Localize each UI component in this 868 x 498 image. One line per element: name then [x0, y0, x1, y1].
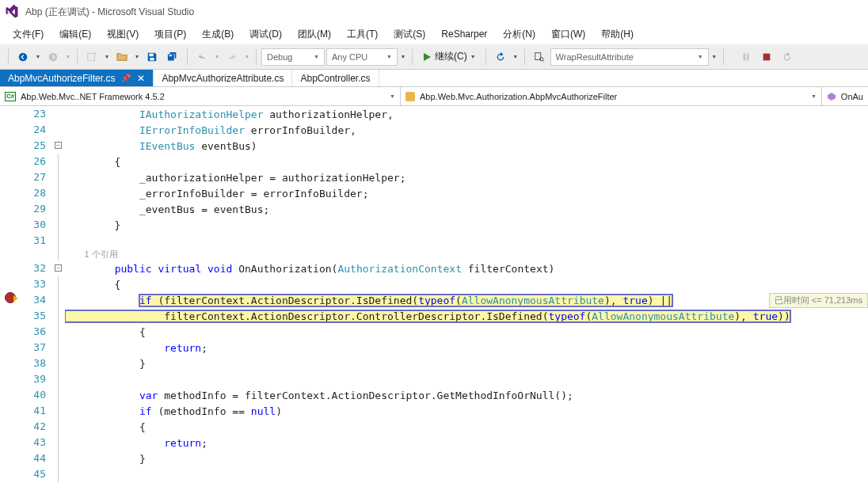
platform-combo[interactable]: Any CPU▼ — [326, 48, 398, 66]
menu-resharper[interactable]: ReSharper — [433, 25, 495, 43]
tab-abpmvcauthorizefilter[interactable]: AbpMvcAuthorizeFilter.cs 📌 ✕ — [0, 70, 154, 86]
line-numbers: 23 24 25 26 27 28 29 30 31 32 33 34 35 3… — [25, 106, 54, 498]
line-number: 31 — [25, 233, 46, 249]
refresh-button[interactable] — [491, 48, 510, 67]
code-content[interactable]: IAuthorizationHelper authorizationHelper… — [65, 106, 868, 498]
glyph-margin — [0, 106, 25, 498]
line-number: 40 — [25, 387, 46, 403]
continue-label: 继续(C) — [435, 50, 467, 63]
class-icon — [405, 92, 415, 101]
svg-rect-9 — [746, 53, 748, 60]
search-options[interactable]: ▼ — [710, 48, 718, 67]
redo-dropdown[interactable]: ▼ — [243, 48, 251, 67]
project-combo[interactable]: C# Abp.Web.Mvc..NET Framework 4.5.2 ▼ — [0, 87, 401, 105]
menu-edit[interactable]: 编辑(E) — [51, 25, 99, 44]
line-number: 42 — [25, 419, 46, 435]
menu-file[interactable]: 文件(F) — [5, 25, 51, 44]
line-number: 26 — [25, 154, 46, 169]
restart-button[interactable] — [778, 48, 797, 67]
platform-dropdown-extra[interactable]: ▼ — [399, 48, 407, 67]
document-tabs: AbpMvcAuthorizeFilter.cs 📌 ✕ AbpMvcAutho… — [0, 70, 868, 87]
menu-analyze[interactable]: 分析(N) — [495, 25, 543, 44]
line-number: 33 — [25, 276, 46, 292]
menu-team[interactable]: 团队(M) — [290, 25, 339, 44]
member-combo[interactable]: OnAu — [822, 87, 868, 105]
menu-window[interactable]: 窗口(W) — [543, 25, 593, 44]
chevron-down-icon: ▼ — [390, 93, 395, 99]
search-combo-text: WrapResultAttribute — [556, 52, 634, 62]
line-number: 35 — [25, 308, 46, 324]
chevron-down-icon: ▼ — [470, 54, 476, 59]
find-in-files-button[interactable] — [530, 48, 549, 67]
refresh-dropdown[interactable]: ▼ — [512, 48, 520, 67]
continue-button[interactable]: 继续(C) ▼ — [417, 48, 481, 67]
toolbar-separator — [77, 49, 78, 65]
line-number: 25 — [25, 138, 46, 154]
undo-button[interactable] — [192, 48, 211, 67]
line-number: 30 — [25, 217, 46, 233]
tab-abpcontroller[interactable]: AbpController.cs — [292, 70, 379, 86]
svg-point-7 — [539, 57, 542, 60]
fold-toggle[interactable]: − — [55, 264, 62, 272]
method-icon — [827, 92, 836, 101]
svg-rect-10 — [763, 53, 770, 60]
play-icon — [422, 52, 432, 62]
class-combo-text: Abp.Web.Mvc.Authorization.AbpMvcAuthoriz… — [420, 92, 617, 101]
redo-button[interactable] — [223, 48, 242, 67]
line-number: 39 — [25, 371, 46, 387]
menu-build[interactable]: 生成(B) — [194, 25, 242, 44]
undo-dropdown[interactable]: ▼ — [213, 48, 221, 67]
chevron-down-icon: ▼ — [698, 54, 703, 59]
folding-column: − − — [54, 106, 65, 498]
save-button[interactable] — [143, 48, 162, 67]
fold-toggle[interactable]: − — [55, 142, 62, 149]
line-number: 28 — [25, 185, 46, 201]
toolbar-separator — [485, 49, 486, 65]
svg-rect-8 — [743, 53, 745, 60]
code-editor[interactable]: 23 24 25 26 27 28 29 30 31 32 33 34 35 3… — [0, 106, 868, 498]
menu-view[interactable]: 视图(V) — [99, 25, 147, 44]
close-icon[interactable]: ✕ — [137, 73, 145, 84]
breakpoint-current-line[interactable] — [0, 292, 25, 308]
svg-rect-5 — [169, 55, 173, 56]
class-combo[interactable]: Abp.Web.Mvc.Authorization.AbpMvcAuthoriz… — [401, 87, 822, 105]
codelens-references[interactable]: 1 个引用 — [84, 249, 117, 260]
debug-elapsed-tip: 已用时间 <= 71,213ms — [769, 293, 868, 308]
nav-back-dropdown[interactable]: ▼ — [34, 48, 42, 67]
pause-button[interactable] — [737, 48, 756, 67]
nav-forward-button[interactable] — [44, 48, 63, 67]
line-number: 36 — [25, 324, 46, 340]
line-number: 45 — [25, 466, 46, 482]
member-combo-text: OnAu — [841, 92, 863, 101]
save-all-button[interactable] — [163, 48, 182, 67]
nav-forward-dropdown[interactable]: ▼ — [64, 48, 72, 67]
line-number: 32 — [25, 260, 46, 276]
open-file-button[interactable] — [112, 48, 131, 67]
toolbar-separator — [524, 49, 525, 65]
svg-point-0 — [19, 52, 28, 61]
menu-debug[interactable]: 调试(D) — [242, 25, 290, 44]
menu-help[interactable]: 帮助(H) — [593, 25, 641, 44]
tab-abpmvcauthorizeattribute[interactable]: AbpMvcAuthorizeAttribute.cs — [154, 70, 292, 86]
svg-point-1 — [49, 52, 58, 61]
config-combo[interactable]: Debug▼ — [261, 48, 325, 66]
open-dropdown[interactable]: ▼ — [133, 48, 141, 67]
stop-button[interactable] — [757, 48, 776, 67]
vs-logo-icon — [5, 5, 19, 19]
svg-rect-4 — [150, 57, 154, 60]
search-combo[interactable]: WrapResultAttribute▼ — [550, 48, 709, 66]
menu-project[interactable]: 项目(P) — [147, 25, 194, 44]
toolbar-separator — [723, 49, 724, 65]
pin-icon[interactable]: 📌 — [121, 74, 131, 82]
new-project-button[interactable] — [82, 48, 101, 67]
nav-back-button[interactable] — [13, 48, 32, 67]
line-number — [25, 249, 46, 260]
window-title: Abp (正在调试) - Microsoft Visual Studio — [25, 6, 194, 19]
new-dropdown[interactable]: ▼ — [103, 48, 111, 67]
navigation-bar: C# Abp.Web.Mvc..NET Framework 4.5.2 ▼ Ab… — [0, 87, 868, 106]
chevron-down-icon: ▼ — [314, 54, 319, 59]
config-combo-text: Debug — [267, 52, 292, 62]
line-number: 43 — [25, 435, 46, 450]
menu-tools[interactable]: 工具(T) — [339, 25, 386, 44]
menu-test[interactable]: 测试(S) — [386, 25, 433, 44]
